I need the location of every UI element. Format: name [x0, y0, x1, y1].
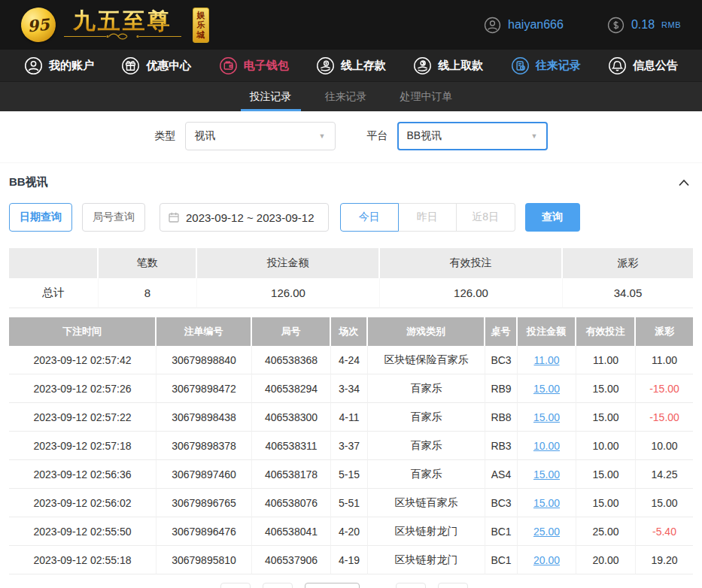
chevron-up-icon[interactable] — [678, 178, 690, 187]
cell-round-number: 406538311 — [252, 432, 331, 460]
cell-table-number: RB3 — [485, 432, 518, 460]
quick-range-group: 今日 昨日 近8日 — [340, 203, 515, 232]
summary-header-empty — [9, 248, 99, 278]
summary-total-label: 总计 — [9, 278, 99, 308]
section-title: BB视讯 — [9, 175, 48, 189]
cell-session: 3-34 — [331, 374, 368, 403]
tab-pending-orders[interactable]: 处理中订单 — [398, 82, 455, 111]
type-select[interactable]: 视讯 ▼ — [185, 122, 336, 150]
bet-amount-link[interactable]: 10.00 — [518, 432, 576, 460]
date-query-button[interactable]: 日期查询 — [9, 203, 72, 232]
cell-valid-bet: 15.00 — [576, 403, 636, 432]
bet-amount-link[interactable]: 15.00 — [518, 403, 576, 432]
pagination-jump-input[interactable] — [438, 583, 468, 588]
nav-label: 我的账户 — [49, 59, 94, 73]
cell-payout: 15.00 — [636, 489, 693, 517]
user-icon — [24, 56, 43, 75]
platform-select-value: BB视讯 — [407, 129, 442, 143]
round-query-button[interactable]: 局号查询 — [82, 203, 145, 232]
cell-session: 5-15 — [331, 460, 368, 489]
cell-payout: -5.40 — [636, 517, 693, 546]
nav-label: 信息公告 — [633, 59, 678, 73]
pagination-page-button[interactable] — [263, 583, 293, 588]
bet-amount-link[interactable]: 20.00 — [518, 546, 576, 574]
cell-valid-bet: 15.00 — [576, 489, 636, 517]
nav-item-deposit[interactable]: 线上存款 — [316, 56, 386, 75]
cell-round-number: 406538294 — [252, 374, 331, 403]
summary-header-count: 笔数 — [99, 248, 197, 278]
user-account-chip[interactable]: haiyan666 — [484, 17, 564, 34]
bet-amount-link[interactable]: 25.00 — [518, 517, 576, 546]
cell-order-number: 30679896476 — [157, 517, 252, 546]
gift-icon — [121, 56, 140, 75]
tab-label: 往来记录 — [325, 90, 367, 104]
balance-chip[interactable]: 0.18 RMB — [607, 17, 681, 34]
pagination-prev-button[interactable] — [220, 583, 251, 588]
column-header: 派彩 — [636, 317, 693, 346]
nav-label: 往来记录 — [536, 59, 581, 73]
nav-label: 线上取款 — [438, 59, 483, 73]
dollar-icon — [607, 17, 625, 34]
today-button[interactable]: 今日 — [340, 203, 399, 232]
yesterday-button[interactable]: 昨日 — [399, 203, 457, 232]
cell-payout: 10.00 — [636, 432, 693, 460]
bet-amount-link[interactable]: 15.00 — [518, 460, 576, 489]
username: haiyan666 — [508, 18, 564, 32]
cell-order-number: 30679898438 — [157, 403, 252, 432]
cell-payout: 11.00 — [636, 346, 693, 374]
cell-order-number: 30679896765 — [157, 489, 252, 517]
cell-bet-time: 2023-09-12 02:56:36 — [9, 460, 157, 489]
records-icon — [511, 56, 530, 75]
pagination-next-button[interactable] — [396, 583, 426, 588]
summary-header-bet-amount: 投注金额 — [197, 248, 380, 278]
column-header: 下注时间 — [9, 317, 157, 346]
chevron-down-icon: ▼ — [531, 132, 538, 140]
bet-amount-link[interactable]: 15.00 — [518, 374, 576, 403]
tab-transaction-records[interactable]: 往来记录 — [323, 82, 369, 111]
cell-bet-time: 2023-09-12 02:57:18 — [9, 432, 157, 460]
cell-bet-time: 2023-09-12 02:57:42 — [9, 346, 157, 374]
cell-order-number: 30679895810 — [157, 546, 252, 574]
top-bar: 95 九五至尊 娱乐城 haiyan666 — [0, 0, 702, 50]
cell-table-number: AS4 — [485, 460, 518, 489]
calendar-icon — [168, 211, 180, 223]
user-icon — [484, 17, 501, 34]
date-range-input[interactable]: 2023-09-12 ~ 2023-09-12 — [160, 203, 329, 232]
bet-amount-link[interactable]: 15.00 — [518, 489, 576, 517]
button-label: 今日 — [359, 211, 380, 224]
nav-item-promotions[interactable]: 优惠中心 — [121, 56, 191, 75]
pagination-size-select[interactable] — [305, 583, 360, 588]
summary-header-payout: 派彩 — [563, 248, 693, 278]
bell-icon — [608, 56, 627, 75]
balance-amount: 0.18 — [631, 18, 655, 32]
nav-item-withdraw[interactable]: 线上取款 — [413, 56, 483, 75]
cell-payout: 19.20 — [636, 546, 693, 574]
bet-table-head: 下注时间注单编号局号场次游戏类别桌号投注金额有效投注派彩 — [9, 317, 693, 346]
brand-logo[interactable]: 95 九五至尊 娱乐城 — [21, 8, 209, 43]
last-8-days-button[interactable]: 近8日 — [457, 203, 515, 232]
cell-valid-bet: 25.00 — [576, 517, 636, 546]
cell-game-type: 百家乐 — [368, 432, 485, 460]
nav-item-ewallet[interactable]: 电子钱包 — [219, 56, 289, 75]
cell-game-type: 区块链射龙门 — [368, 546, 485, 574]
bet-amount-link[interactable]: 11.00 — [518, 346, 576, 374]
type-filter-label: 类型 — [155, 129, 176, 143]
nav-item-account[interactable]: 我的账户 — [24, 56, 94, 75]
cell-session: 3-37 — [331, 432, 368, 460]
brand-badge: 娱乐城 — [193, 8, 209, 43]
brand-flourish — [62, 32, 183, 41]
cell-table-number: RB8 — [485, 403, 518, 432]
type-select-value: 视讯 — [195, 129, 216, 143]
cell-table-number: RB9 — [485, 374, 518, 403]
nav-item-records[interactable]: 往来记录 — [511, 56, 581, 75]
query-toolbar: 日期查询 局号查询 2023-09-12 ~ 2023-09-12 今日 昨日 … — [0, 197, 702, 244]
tab-bet-records[interactable]: 投注记录 — [248, 82, 294, 111]
platform-select[interactable]: BB视讯 ▼ — [397, 122, 548, 150]
cell-payout: 14.25 — [636, 460, 693, 489]
search-button[interactable]: 查询 — [525, 203, 580, 232]
cell-round-number: 406538368 — [252, 346, 331, 374]
nav-item-announcements[interactable]: 信息公告 — [608, 56, 678, 75]
date-range-value: 2023-09-12 ~ 2023-09-12 — [186, 211, 315, 224]
column-header: 有效投注 — [576, 317, 636, 346]
cell-round-number: 406538076 — [252, 489, 331, 517]
